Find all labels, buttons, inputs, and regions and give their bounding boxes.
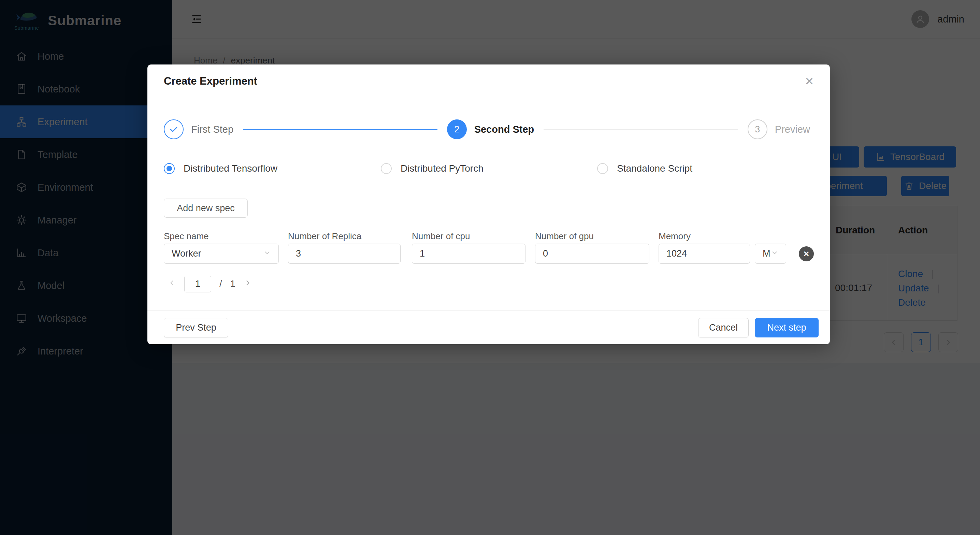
spec-name-value: Worker	[172, 248, 201, 259]
radio-unselected-icon[interactable]	[381, 163, 392, 174]
memory-label: Memory	[659, 231, 690, 242]
memory-value: 1024	[667, 248, 687, 259]
radio-unselected-icon[interactable]	[597, 163, 608, 174]
next-step-button[interactable]: Next step	[755, 318, 819, 338]
memory-unit-select[interactable]: M	[755, 244, 786, 264]
step-2-label: Second Step	[474, 124, 535, 135]
prev-step-button[interactable]: Prev Step	[164, 318, 228, 338]
add-new-spec-button[interactable]: Add new spec	[164, 199, 248, 218]
close-icon[interactable]: ×	[805, 74, 813, 88]
memory-input[interactable]: 1024	[659, 244, 750, 264]
step-connector-pending	[544, 129, 738, 130]
spec-pagination: 1 / 1	[168, 276, 252, 292]
replica-value: 3	[296, 248, 301, 259]
gpu-input[interactable]: 0	[535, 244, 649, 264]
cpu-value: 1	[420, 248, 425, 259]
spec-name-select[interactable]: Worker	[164, 244, 279, 264]
chevron-down-icon	[263, 248, 271, 259]
pagination-separator: /	[220, 279, 222, 289]
screen: Submarine Submarine Home Notebook Experi…	[0, 0, 980, 535]
radio-label: Standalone Script	[617, 163, 692, 174]
pagination-next-icon[interactable]	[243, 279, 252, 289]
pagination-prev-icon[interactable]	[168, 279, 176, 289]
step-1-label: First Step	[191, 124, 234, 135]
gpu-value: 0	[543, 248, 548, 259]
step-3-circle: 3	[748, 119, 767, 139]
create-experiment-modal: Create Experiment × First Step 2 Second …	[147, 64, 830, 344]
wizard-steps: First Step 2 Second Step 3 Preview	[164, 119, 810, 139]
radio-label: Distributed PyTorch	[401, 163, 484, 174]
modal-title: Create Experiment	[164, 75, 257, 88]
framework-radio-standalone[interactable]: Standalone Script	[597, 162, 692, 175]
cpu-label: Number of cpu	[412, 231, 470, 242]
step-2-circle: 2	[447, 119, 467, 139]
step-1-check-icon	[164, 119, 184, 139]
radio-selected-icon[interactable]	[164, 163, 175, 174]
pagination-page-input[interactable]: 1	[184, 276, 211, 292]
spec-name-label: Spec name	[164, 231, 209, 242]
memory-unit-value: M	[763, 248, 770, 259]
step-connector-done	[243, 129, 438, 130]
replica-label: Number of Replica	[288, 231, 361, 242]
chevron-down-icon	[771, 248, 778, 259]
framework-radio-pytorch[interactable]: Distributed PyTorch	[381, 162, 484, 175]
modal-header: Create Experiment ×	[147, 64, 830, 98]
gpu-label: Number of gpu	[535, 231, 594, 242]
cpu-input[interactable]: 1	[412, 244, 525, 264]
modal-footer: Prev Step Cancel Next step	[147, 310, 830, 344]
remove-spec-button[interactable]: ×	[799, 246, 814, 261]
replica-input[interactable]: 3	[288, 244, 401, 264]
step-3-label: Preview	[775, 124, 810, 135]
cancel-button[interactable]: Cancel	[698, 318, 749, 338]
pagination-total: 1	[230, 279, 235, 289]
framework-radio-tensorflow[interactable]: Distributed Tensorflow	[164, 162, 277, 175]
radio-label: Distributed Tensorflow	[184, 163, 277, 174]
